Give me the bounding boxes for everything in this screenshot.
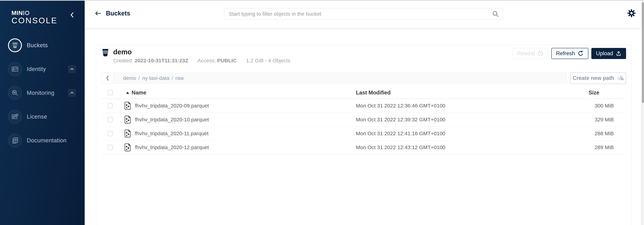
table-row[interactable]: fhvhv_tripdata_2020-09.parquet Mon Oct 3… <box>101 99 626 113</box>
refresh-label: Refresh <box>556 50 575 57</box>
gear-icon <box>627 9 636 17</box>
bucket-actions: Rewind Refresh <box>512 48 626 59</box>
path-navigation-row: demo/ny-taxi-data/raw Create new path <box>101 72 626 84</box>
chevron-left-icon <box>70 11 75 18</box>
upload-tray-icon <box>616 51 622 56</box>
rewind-clock-icon <box>538 50 544 56</box>
sidebar-item-label: Buckets <box>27 42 76 49</box>
vertical-scrollbar <box>642 1 644 225</box>
create-path-label: Create new path <box>572 75 614 81</box>
license-icon <box>8 110 22 124</box>
breadcrumb-segment[interactable]: ny-taxi-data <box>142 75 169 81</box>
object-name[interactable]: fhvhv_tripdata_2020-11.parquet <box>135 131 208 136</box>
object-name[interactable]: fhvhv_tripdata_2020-12.parquet <box>135 144 209 150</box>
new-path-icon <box>618 75 624 81</box>
parquet-file-icon <box>124 102 131 110</box>
object-size: 289 MiB <box>543 144 626 150</box>
sidebar-menu: Buckets Identity <box>0 37 85 149</box>
object-filter-search <box>224 8 503 20</box>
rewind-label: Rewind <box>517 50 535 57</box>
chevron-up-icon[interactable] <box>68 65 76 73</box>
column-header-size[interactable]: Size <box>543 90 626 96</box>
created-value: 2022-10-31T11:31:23Z <box>134 58 188 63</box>
settings-button[interactable] <box>627 9 636 17</box>
sidebar-item-documentation[interactable]: Documentation <box>0 132 85 149</box>
search-input[interactable] <box>224 8 492 19</box>
breadcrumb-separator: / <box>172 75 173 81</box>
sidebar-collapse-button[interactable] <box>69 11 76 18</box>
refresh-arrow-icon <box>578 50 584 56</box>
object-name[interactable]: fhvhv_tripdata_2020-10.parquet <box>135 117 209 123</box>
object-name[interactable]: fhvhv_tripdata_2020-09.parquet <box>135 103 209 109</box>
object-size: 329 MiB <box>543 117 626 123</box>
table-row[interactable]: fhvhv_tripdata_2020-12.parquet Mon Oct 3… <box>101 141 626 155</box>
refresh-button[interactable]: Refresh <box>551 48 588 59</box>
logo-io: IO <box>23 9 30 16</box>
page-title: Buckets <box>106 10 130 17</box>
bucket-usage: 1.2 GiB - 4 Objects <box>246 58 290 63</box>
arrow-left-icon <box>94 11 101 16</box>
breadcrumb-separator: / <box>138 75 140 81</box>
breadcrumb: demo/ny-taxi-data/raw <box>114 73 567 84</box>
create-new-path-button[interactable]: Create new path <box>570 72 626 84</box>
sidebar-item-label: Monitoring <box>27 90 68 96</box>
bucket-icon <box>8 38 22 52</box>
identity-card-icon <box>8 62 22 76</box>
row-checkbox[interactable] <box>108 145 113 150</box>
documentation-icon <box>8 134 22 147</box>
main-area: Buckets <box>85 1 642 225</box>
table-row[interactable]: fhvhv_tripdata_2020-11.parquet Mon Oct 3… <box>101 127 626 141</box>
table-row[interactable]: fhvhv_tripdata_2020-10.parquet Mon Oct 3… <box>101 113 626 127</box>
object-size: 300 MiB <box>543 103 626 109</box>
access-label: Access: <box>198 58 216 63</box>
sidebar-item-buckets[interactable]: Buckets <box>0 37 85 54</box>
parquet-file-icon <box>124 129 131 138</box>
topbar: Buckets <box>85 1 642 28</box>
object-last-modified: Mon Oct 31 2022 12:39:32 GMT+0100 <box>356 117 543 123</box>
row-checkbox[interactable] <box>108 103 113 108</box>
bucket-icon <box>102 49 109 57</box>
object-rows: fhvhv_tripdata_2020-09.parquet Mon Oct 3… <box>101 99 626 155</box>
object-size: 288 MiB <box>543 131 626 136</box>
sidebar-item-license[interactable]: License <box>0 108 85 125</box>
column-header-last-modified[interactable]: Last Modified <box>356 90 543 96</box>
bucket-browser-card: demo Created: 2022-10-31T11:31:23Z Acces… <box>96 45 632 225</box>
minio-console-logo: MINIO CONSOLE <box>0 1 85 25</box>
sidebar-item-label: Identity <box>27 66 68 72</box>
back-to-buckets[interactable]: Buckets <box>94 10 130 17</box>
table-header-row: Name Last Modified Size <box>101 87 626 99</box>
search-icon <box>492 10 499 17</box>
access-value: PUBLIC <box>217 58 237 63</box>
rewind-button[interactable]: Rewind <box>512 48 548 59</box>
chevron-left-icon <box>106 75 110 81</box>
parquet-file-icon <box>124 143 131 152</box>
sidebar-item-label: Documentation <box>27 137 76 144</box>
sidebar-item-identity[interactable]: Identity <box>0 61 85 77</box>
logo-min: MIN <box>12 9 23 16</box>
object-last-modified: Mon Oct 31 2022 12:36:46 GMT+0100 <box>356 103 543 109</box>
parquet-file-icon <box>124 115 131 124</box>
bucket-title-block: demo Created: 2022-10-31T11:31:23Z Acces… <box>113 48 290 63</box>
bucket-meta: Created: 2022-10-31T11:31:23Z Access: PU… <box>113 58 290 63</box>
path-back-button[interactable] <box>101 73 114 84</box>
scrollbar-thumb[interactable] <box>642 2 644 103</box>
upload-button[interactable]: Upload <box>591 48 626 59</box>
row-checkbox[interactable] <box>108 117 113 122</box>
row-checkbox[interactable] <box>108 131 113 136</box>
bucket-name: demo <box>113 48 290 56</box>
breadcrumb-segment[interactable]: raw <box>175 75 184 81</box>
column-header-name[interactable]: Name <box>118 90 356 96</box>
sort-asc-icon <box>126 92 129 94</box>
select-all-checkbox[interactable] <box>108 90 113 95</box>
bucket-header: demo Created: 2022-10-31T11:31:23Z Acces… <box>96 45 631 63</box>
sidebar-item-monitoring[interactable]: Monitoring <box>0 85 85 101</box>
sidebar-item-label: License <box>27 113 76 120</box>
monitoring-icon <box>8 86 22 100</box>
sidebar: MINIO CONSOLE Buckets <box>0 1 85 225</box>
created-label: Created: <box>113 58 133 63</box>
object-last-modified: Mon Oct 31 2022 12:41:16 GMT+0100 <box>356 131 543 136</box>
chevron-up-icon[interactable] <box>68 89 76 97</box>
object-last-modified: Mon Oct 31 2022 12:43:12 GMT+0100 <box>356 144 543 150</box>
breadcrumb-segment[interactable]: demo <box>123 75 136 81</box>
objects-table: Name Last Modified Size fhvhv_tripdata_2… <box>101 87 626 155</box>
